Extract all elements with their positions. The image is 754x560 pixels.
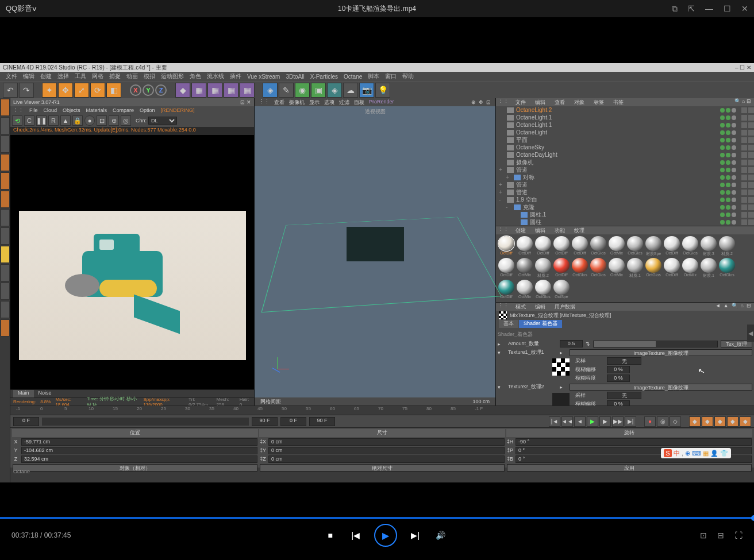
volume-button[interactable]: 🔊 — [434, 528, 448, 542]
object-row[interactable]: 摄像机 — [496, 159, 754, 166]
progress-handle[interactable] — [751, 515, 754, 521]
menu-创建[interactable]: 创建 — [40, 72, 52, 80]
menu-网格[interactable]: 网格 — [92, 72, 103, 80]
lv-pick-button[interactable]: ⊕ — [109, 115, 119, 126]
object-row[interactable]: +管道 — [496, 181, 754, 188]
coord-sizemode-select[interactable]: 绝对尺寸 — [260, 464, 505, 472]
lv-save-button[interactable]: ⊡ — [97, 115, 107, 126]
attr-menu-icon[interactable]: ⊟ — [747, 303, 751, 311]
tl-record-button[interactable]: ● — [644, 416, 656, 427]
timeline-total-input[interactable]: 90 F — [309, 417, 335, 426]
tl-goto-end-button[interactable]: ▶| — [625, 416, 636, 427]
coord-apply-button[interactable]: 应用 — [507, 464, 752, 472]
menu-Octane[interactable]: Octane — [344, 74, 362, 80]
camera-button[interactable]: 📷 — [359, 83, 374, 98]
pen-tool-button[interactable]: ✎ — [279, 83, 294, 98]
attr-spinner-icon[interactable]: ⇅ — [586, 341, 590, 347]
render-settings-button[interactable]: ▦ — [207, 83, 222, 98]
light-button[interactable]: 💡 — [375, 83, 390, 98]
material-item[interactable]: 材质.2 — [534, 258, 552, 279]
menu-文件[interactable]: 文件 — [6, 72, 17, 80]
menu-脚本[interactable]: 脚本 — [368, 72, 379, 80]
model-mode-button[interactable] — [1, 99, 10, 116]
planar-workplane-button[interactable] — [1, 301, 10, 318]
timeline-end-input[interactable]: 90 F — [252, 417, 278, 426]
c4d-window-controls[interactable]: – ☐ ✕ — [735, 64, 751, 71]
tl-keyframe-button[interactable]: ◇ — [670, 416, 681, 427]
obj-tab-tags[interactable]: 标签 — [589, 98, 609, 106]
lv-channel-select[interactable]: DL — [148, 117, 177, 125]
lv-footer-main-tab[interactable]: Main — [13, 390, 34, 397]
attr-tab-edit[interactable]: 编辑 — [530, 303, 550, 311]
object-row[interactable]: -1.9 空白 — [496, 196, 754, 203]
object-row[interactable]: OctaneLight — [496, 129, 754, 136]
enable-axis-button[interactable] — [1, 209, 10, 226]
progress-bar[interactable] — [0, 517, 754, 519]
lv-window-controls[interactable]: ⊡ ✕ — [240, 99, 251, 105]
render-view-button[interactable]: ▦ — [191, 83, 206, 98]
object-row[interactable]: +对称 — [496, 173, 754, 181]
object-row[interactable]: OctaneLight.2 — [496, 106, 754, 114]
texture-mode-button[interactable] — [1, 117, 10, 134]
material-item[interactable]: OctMix — [682, 258, 699, 279]
material-item[interactable]: OctGlos — [590, 236, 607, 257]
point-mode-button[interactable] — [1, 154, 10, 171]
viewport-solo-button[interactable] — [1, 227, 10, 245]
menu-编辑[interactable]: 编辑 — [23, 72, 34, 80]
material-item[interactable]: OctDiff — [553, 258, 570, 279]
y-axis-toggle[interactable]: Y — [143, 84, 154, 96]
tl-next-key-button[interactable]: ▶▶ — [612, 416, 624, 427]
lv-refresh-button[interactable]: ⟲ — [12, 115, 22, 126]
subtitle-icon[interactable]: ⊟ — [717, 531, 724, 540]
coord-system-button[interactable]: ◆ — [175, 83, 190, 98]
material-item[interactable]: OctDiff — [553, 236, 570, 257]
coord-mode-select[interactable]: 对象（相对） — [13, 464, 257, 472]
attr-expand-icon[interactable]: ▾ — [498, 350, 502, 356]
lv-clay-button[interactable]: ▲ — [60, 115, 71, 126]
timeline-current-input[interactable]: 0 F — [280, 417, 306, 426]
vp-nav-icon[interactable]: ⊕ — [471, 99, 476, 105]
tl-goto-start-button[interactable]: |◄ — [549, 416, 560, 427]
player-app-name[interactable]: QQ影音ⅴ — [6, 3, 37, 14]
attr-home-icon[interactable]: ⌂ — [741, 303, 744, 311]
material-grid[interactable]: OctDiffOctDiffOctDiffOctDiffOctDiffOctGl… — [496, 234, 754, 302]
material-item[interactable]: OctGlos — [682, 236, 699, 257]
coord-x-rot[interactable]: -90 ° — [516, 438, 752, 446]
tl-prev-key-button[interactable]: ◄◄ — [561, 416, 573, 427]
timeline-start-input[interactable]: 0 F — [13, 417, 39, 426]
stop-button[interactable]: ■ — [324, 528, 337, 542]
side-panel-toggle[interactable]: ◀ — [747, 325, 754, 342]
attr-arrow-icon[interactable]: ▸ — [560, 350, 567, 356]
attr-expand-icon[interactable]: ▾ — [498, 384, 502, 390]
vp-menu-filter[interactable]: 过滤 — [339, 99, 349, 106]
material-item[interactable]: OctMix — [516, 258, 533, 279]
tl-scale-channel-button[interactable]: ◆ — [702, 416, 713, 427]
lv-focus-button[interactable]: ◎ — [121, 115, 131, 126]
object-row[interactable]: OctaneLight.1 — [496, 121, 754, 129]
menu-运动图形[interactable]: 运动图形 — [161, 72, 184, 80]
coord-y-pos[interactable]: -104.682 cm — [21, 447, 257, 454]
menu-捕捉[interactable]: 捕捉 — [109, 72, 121, 80]
material-item[interactable]: 材质.3 — [700, 236, 717, 257]
misc-button[interactable] — [1, 319, 10, 337]
deformer-button[interactable]: ◈ — [327, 83, 342, 98]
coord-y-size[interactable]: 0 cm — [268, 447, 505, 454]
object-row[interactable]: +管道 — [496, 188, 754, 196]
material-item[interactable]: OctDiff — [498, 280, 515, 300]
attr-amount-value[interactable]: 0.5 — [560, 340, 583, 347]
workplane-mode-button[interactable] — [1, 136, 10, 153]
obj-tab-view[interactable]: 查看 — [550, 98, 570, 106]
attr-tex2-value[interactable]: ImageTexture_图像纹理 — [570, 384, 752, 391]
timeline-range-slider[interactable] — [42, 418, 249, 426]
material-item[interactable]: OctMix — [516, 280, 533, 300]
workplane-button[interactable] — [1, 264, 10, 281]
lv-render-canvas[interactable] — [10, 135, 254, 389]
lv-menu-option[interactable]: Option — [140, 107, 155, 113]
material-item[interactable]: OctDiff — [498, 258, 515, 279]
material-item[interactable]: OctDiff — [516, 236, 533, 257]
menu-流水线[interactable]: 流水线 — [207, 72, 224, 80]
tl-autokey-button[interactable]: ◎ — [657, 416, 668, 427]
material-item[interactable]: OctGlos — [645, 258, 662, 279]
object-tree[interactable]: OctaneLight.2OctaneLight.1OctaneLight.1O… — [496, 106, 754, 226]
lv-menu-cloud[interactable]: Cloud — [44, 107, 57, 113]
